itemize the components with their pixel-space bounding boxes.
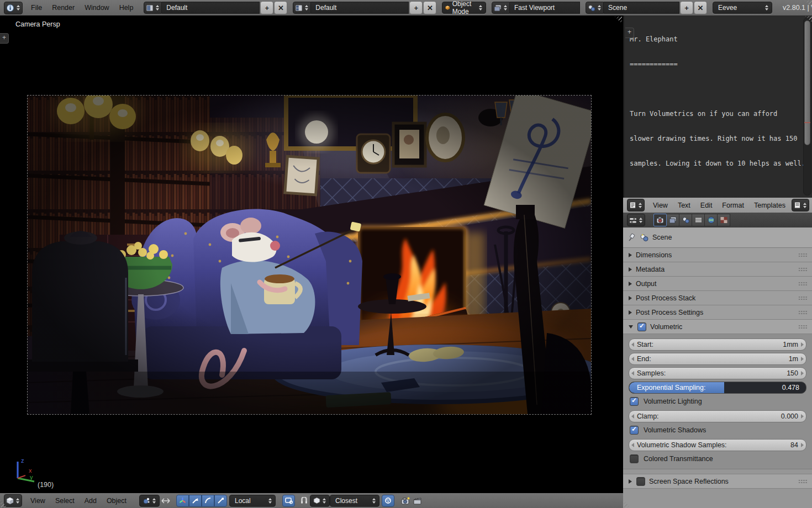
panel-post-process-settings[interactable]: Post Process Settings [623,305,812,320]
opengl-render-animation-button[interactable] [412,495,423,506]
build-stats-text: v2.80.1 | Verts:5,491,086 | Faces:5,4 [783,4,812,12]
corner-resize-handle[interactable] [624,500,631,507]
display-mode-block: Fast Viewport [492,2,580,14]
camera-render-frame[interactable] [28,96,591,414]
grip-icon[interactable] [798,267,808,272]
tab-output[interactable] [692,214,705,226]
ssr-enable-checkbox[interactable] [636,477,645,486]
volumetric-enable-checkbox[interactable] [637,322,646,331]
snap-element-dropdown[interactable] [310,495,330,507]
volumetric-lighting-checkbox[interactable] [630,397,639,406]
grip-icon[interactable] [798,253,808,257]
grip-icon[interactable] [798,325,808,329]
grip-icon[interactable] [798,282,808,286]
only-render-toggle[interactable] [282,495,295,507]
panel-metadata[interactable]: Metadata [623,262,812,277]
volumetric-start-field[interactable]: Start: 1mm [629,338,806,351]
translate-arrow-icon [192,497,199,504]
text-editor-scrollbar[interactable] [803,18,811,195]
field-label: Exponential Sampling: [637,384,705,391]
menu-add[interactable]: Add [80,497,102,505]
display-mode-field[interactable]: Fast Viewport [510,2,580,14]
volumetric-end-field[interactable]: End: 1m [629,353,806,365]
menu-render[interactable]: Render [47,4,80,12]
pivot-point-dropdown[interactable] [139,495,160,507]
tab-render-layers[interactable] [666,214,679,226]
tab-scene[interactable] [679,214,692,226]
opengl-render-image-button[interactable] [400,495,411,506]
grip-icon[interactable] [798,479,808,484]
menu-window[interactable]: Window [80,4,114,12]
panel-output[interactable]: Output [623,277,812,291]
grip-icon[interactable] [798,310,808,315]
volumetric-samples-field[interactable]: Samples: 150 [629,367,806,379]
colored-transmittance-row[interactable]: Colored Transmittance [630,453,806,464]
menu-format[interactable]: Format [717,202,749,209]
lines-icon [694,216,703,224]
manipulator-scale-toggle[interactable] [214,495,227,507]
delete-scene-layout-button[interactable]: ✕ [423,1,436,14]
mode-dropdown[interactable]: Object Mode [442,2,486,14]
menu-templates[interactable]: Templates [749,202,790,209]
scene-name-field[interactable]: Scene [604,2,679,14]
snap-peel-toggle[interactable] [382,495,394,507]
scene-layout-field[interactable]: Default [311,2,409,14]
volumetric-shadow-samples-field[interactable]: Volumetric Shadow Samples: 84 [629,439,806,451]
menu-view[interactable]: View [25,497,50,505]
manipulator-translate-toggle[interactable] [189,495,202,507]
transform-orientation-dropdown[interactable]: Local [229,495,276,507]
manipulator-rotate-toggle[interactable] [202,495,214,507]
delete-screen-layout-button[interactable]: ✕ [274,1,287,14]
menu-file[interactable]: File [26,4,47,12]
add-scene-layout-button[interactable]: + [409,1,423,14]
menu-select[interactable]: Select [50,497,80,505]
menu-object[interactable]: Object [102,497,131,505]
menu-text-edit[interactable]: Edit [695,202,718,209]
panel-dimensions[interactable]: Dimensions [623,248,812,262]
add-scene-button[interactable]: + [680,1,693,14]
viewport-3d[interactable]: Camera Persp + z x y (190) [0,15,623,493]
render-engine-dropdown[interactable]: Eevee [713,2,772,14]
editor-type-button-text-2[interactable] [792,199,809,211]
tab-texture[interactable] [717,214,730,226]
panel-post-process-stack[interactable]: Post Process Stack [623,291,812,305]
tab-render[interactable] [653,214,667,226]
scene-selector[interactable] [586,2,604,14]
editor-type-button-properties[interactable] [627,214,645,226]
scene-layout-selector[interactable] [293,2,311,14]
scrollbar-thumb[interactable] [804,20,810,145]
volumetric-lighting-row[interactable]: Volumetric Lighting [630,396,806,407]
editor-type-button-3dview[interactable] [4,494,22,507]
text-editor[interactable]: Mr. Elephant ============ Turn Volumetri… [623,15,812,198]
delete-scene-button[interactable]: ✕ [694,1,707,14]
menu-text[interactable]: Text [673,202,695,209]
text-editor-content[interactable]: Mr. Elephant ============ Turn Volumetri… [630,19,800,198]
menu-help[interactable]: Help [114,4,139,12]
screen-layout-field[interactable]: Default [162,2,260,14]
clamp-field[interactable]: Clamp: 0.000 [629,410,806,422]
colored-transmittance-checkbox[interactable] [630,454,639,463]
manipulate-center-points-toggle[interactable] [160,495,171,506]
editor-type-button-text[interactable] [627,199,645,211]
menu-text-view[interactable]: View [648,202,673,209]
add-screen-layout-button[interactable]: + [260,1,273,14]
corner-resize-handle[interactable] [615,17,622,24]
exponential-sampling-slider[interactable]: Exponential Sampling: 0.478 [629,382,806,394]
snap-toggle[interactable] [298,495,309,506]
display-mode-selector[interactable] [492,2,510,14]
grip-icon[interactable] [798,296,808,300]
volumetric-shadows-checkbox[interactable] [630,426,639,435]
manipulator-axes-toggle[interactable] [176,495,189,507]
snap-target-dropdown[interactable]: Closest [330,495,379,507]
volumetric-shadows-row[interactable]: Volumetric Shadows [630,425,806,436]
pin-icon[interactable] [628,233,636,242]
panel-volumetric-header[interactable]: Volumetric [623,320,812,334]
screen-layout-icon [146,4,154,12]
tab-world[interactable] [704,214,718,226]
region-expand-handle[interactable]: + [0,33,9,44]
region-expand-handle[interactable]: + [625,28,634,38]
breadcrumb-label[interactable]: Scene [652,234,672,241]
screen-layout-selector[interactable] [144,2,162,14]
editor-type-button-info[interactable] [4,2,23,14]
panel-screen-space-reflections[interactable]: Screen Space Reflections [623,474,812,489]
